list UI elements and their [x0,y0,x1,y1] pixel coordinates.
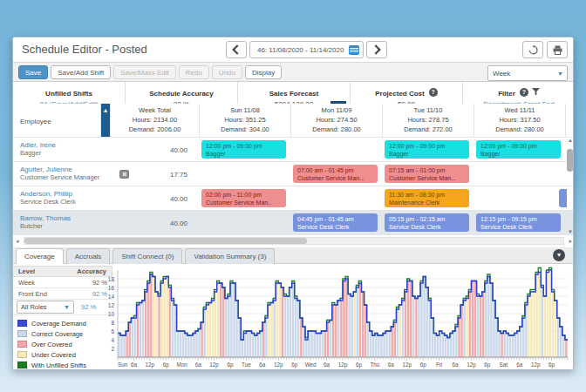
redo-button: Redo [179,65,209,79]
view-mode-select[interactable]: Week ▼ [487,65,568,81]
svg-text:Mon: Mon [177,362,188,368]
employee-row[interactable]: Agutter, JulienneCustomer Service Manage… [13,161,574,186]
chevron-left-icon [232,44,242,54]
shift-chip[interactable]: 07:00 am - 01:45 pmCustomer Service Man.… [293,165,378,183]
column-header-wed-11-11[interactable]: Wed 11/11Hours: 317.50Demand: 280.00 [474,104,566,137]
day-cell-mon[interactable]: 04:45 pm - 01:45 amService Desk Clerk [291,211,383,235]
refresh-icon [528,45,538,55]
employee-cell[interactable]: Anderson, PhillipService Desk Clerk [13,186,101,211]
shift-chip[interactable]: 07:15 am - 01:00 pmCustomer Service Man.… [385,165,469,183]
previous-week-button[interactable] [226,41,247,58]
day-cell-wed[interactable]: 12:00 pm - 09:00 pmBagger [474,138,566,162]
day-cell-tue[interactable]: 11:30 am - 08:30 pmMaintenance Clerk [383,186,474,211]
summary-label-row: Sales Forecast [238,84,350,99]
column-header-tue-11-10[interactable]: Tue 11/10Hours: 278.75Demand: 272.00 [383,104,474,137]
save-add-shift-button[interactable]: Save/Add Shift [51,65,111,79]
column-header-mon-11-09[interactable]: Mon 11/09Hours: 274.50Demand: 280.00 [291,104,383,137]
column-header-week-total[interactable]: Week TotalHours: 2134.00Demand: 2006.00 [111,104,200,137]
tab-accruals[interactable]: Accruals [66,248,111,265]
svg-text:6a: 6a [324,362,330,368]
tab-coverage[interactable]: Coverage [16,248,64,265]
employee-role: Service Desk Clerk [13,198,101,206]
day-cell-mon[interactable]: 07:00 am - 01:45 pmCustomer Service Man.… [291,162,383,186]
shift-chip[interactable]: 12:00 pm - 09:00 pmBagger [201,140,286,159]
sort-up-icon: ▲ [103,107,109,113]
toolbar: SaveSave/Add ShiftSave/Mass EditRedoUndo… [13,62,574,82]
shift-chip[interactable]: 02:00 pm - 11:00 pmCustomer Service Man.… [201,189,286,207]
grid-vertical-scrollbar[interactable]: ▲ ▼ [566,138,574,234]
calendar-icon[interactable] [349,45,359,55]
svg-text:10: 10 [108,311,115,317]
employee-cell[interactable]: Agutter, JulienneCustomer Service Manage… [13,162,101,186]
shift-role: Customer Service Man... [389,174,469,182]
day-cell-wed[interactable]: 12:15 pm - 09:15 pmService Desk Clerk [474,211,566,235]
shift-role: Bagger [480,150,561,158]
all-roles-select[interactable]: All Roles ▼ [17,301,74,314]
day-cell-tue[interactable]: 05:15 pm - 02:15 amService Desk Clerk [383,211,474,235]
day-cell-mon[interactable] [291,138,383,162]
scroll-up-icon[interactable]: ▲ [566,138,574,143]
day-cell-wed[interactable] [474,162,566,186]
employee-row[interactable]: Anderson, PhillipService Desk Clerk40.00… [13,186,574,211]
day-cell-sun[interactable] [200,211,291,235]
employee-cell[interactable]: Adler, IreneBagger [13,138,101,162]
print-button[interactable] [547,41,568,58]
week-range-field[interactable]: 46: 11/08/2020 - 11/14/2020 [249,41,364,58]
sort-column-header[interactable]: ▲ [101,104,111,137]
day-cell-wed[interactable] [474,186,566,211]
day-cell-tue[interactable]: 12:00 pm - 09:00 pmBagger [383,138,474,162]
scroll-left-icon[interactable]: ◂ [16,238,19,245]
shift-role: Customer Service Man... [297,174,378,182]
collapse-panel-button[interactable]: ▾ [553,249,565,261]
day-cell-sun[interactable]: 12:00 pm - 09:00 pmBagger [200,138,291,162]
day-cell-mon[interactable] [291,186,383,211]
employee-row[interactable]: Barrow, ThomasButcher40.0004:45 pm - 01:… [13,210,574,235]
shift-chip[interactable]: 11:30 am - 08:30 pmMaintenance Clerk [385,189,469,207]
summary-label-row: Unfilled Shifts [13,84,125,99]
help-icon[interactable]: ? [429,88,438,97]
tab-shift-connect-0-[interactable]: Shift Connect (0) [112,248,182,265]
svg-text:12p: 12p [402,362,412,368]
vertical-scroll-thumb[interactable] [567,149,573,172]
day-cell-tue[interactable]: 07:15 am - 01:00 pmCustomer Service Man.… [383,162,474,186]
scroll-right-icon[interactable]: ▸ [569,238,572,245]
filter-funnel-icon[interactable] [528,84,540,98]
shift-chip[interactable]: 12:00 pm - 09:00 pmBagger [476,140,561,159]
employee-name: Adler, Irene [13,138,101,149]
summary-label: Unfilled Shifts [45,90,92,98]
day-cell-sun[interactable]: 02:00 pm - 11:00 pmCustomer Service Man.… [200,186,291,211]
week-total-hours: 40.00 [111,186,200,211]
shift-chip[interactable]: 12:15 pm - 09:15 pmService Desk Clerk [476,213,561,232]
save-button[interactable]: Save [18,65,48,79]
shift-chip[interactable]: 05:15 pm - 02:15 amService Desk Clerk [385,213,469,232]
shift-role: Service Desk Clerk [389,223,469,231]
next-week-button[interactable] [366,41,387,58]
employee-row[interactable]: Adler, IreneBagger40.0012:00 pm - 09:00 … [13,137,574,162]
schedule-editor-window: Schedule Editor - Posted 46: 11/08/2020 … [12,37,574,370]
shift-role: Bagger [389,150,469,158]
employee-cell[interactable]: Barrow, ThomasButcher [13,211,101,235]
svg-text:6a: 6a [259,362,266,368]
column-header-sun-11-08[interactable]: Sun 11/08Hours: 351.25Demand: 304.00 [200,104,291,137]
help-icon[interactable]: ? [520,88,528,97]
tab-validation-summary-3-[interactable]: Validation Summary (3) [185,248,275,265]
column-demand: Demand: 2006.00 [111,125,199,134]
svg-text:12p: 12p [467,362,476,368]
scroll-down-icon[interactable]: ▼ [566,229,574,234]
chart-area: 24681012141618Sun6a12p6pMon6a12p6pTue6a1… [93,264,573,370]
summary-filter: Filter?Department: Front End [463,82,574,104]
horizontal-scroll-thumb[interactable] [24,238,307,244]
day-cell-sun[interactable] [200,162,291,186]
svg-text:12p: 12p [209,362,219,368]
grid-horizontal-scrollbar[interactable]: ◂ ▸ [13,237,574,246]
svg-text:6p: 6p [356,362,363,368]
display-button[interactable]: Display [245,65,282,79]
column-hours: Hours: 278.75 [383,115,474,125]
employee-role: Butcher [13,222,101,230]
shift-role: Maintenance Clerk [389,199,469,206]
shift-chip[interactable]: 04:45 pm - 01:45 amService Desk Clerk [293,213,378,232]
shift-chip[interactable]: 12:00 pm - 09:00 pmBagger [385,140,469,159]
view-mode-value: Week [488,70,557,78]
refresh-button[interactable] [522,41,543,58]
column-label: Week Total [111,105,199,115]
